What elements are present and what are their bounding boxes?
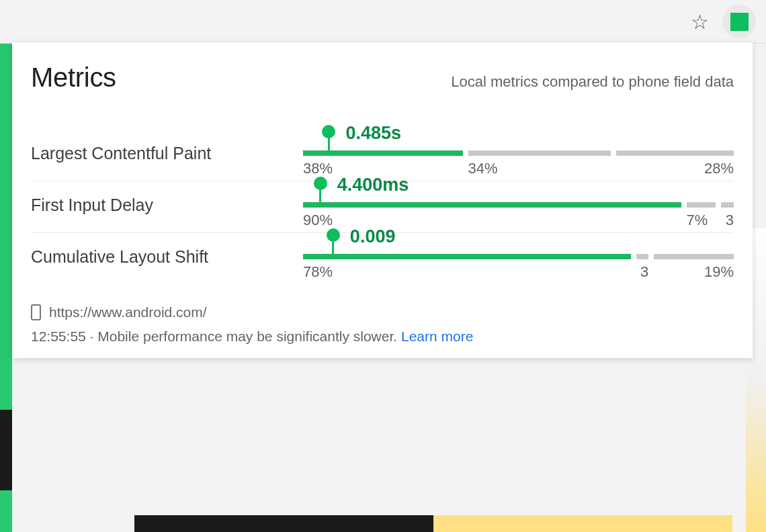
web-vitals-popup: Metrics Local metrics compared to phone …: [12, 42, 753, 358]
bookmark-star-icon[interactable]: ☆: [691, 10, 709, 34]
popup-footer: https://www.android.com/ 12:55:55 · Mobi…: [31, 304, 734, 345]
distribution-bar: 90%7%3: [303, 202, 734, 208]
popup-header: Metrics Local metrics compared to phone …: [31, 62, 734, 93]
metric-row: Cumulative Layout Shift0.00978%319%: [31, 233, 734, 284]
segment-label: 7%: [687, 212, 708, 229]
segment-needs: 7%: [687, 202, 716, 208]
metric-body: 0.00978%319%: [303, 254, 734, 259]
performance-warning: Mobile performance may be significantly …: [97, 328, 401, 344]
segment-poor: 19%: [654, 254, 734, 259]
segment-label: 90%: [303, 212, 333, 229]
metric-row: Largest Contentful Paint0.485s38%34%28%: [31, 130, 734, 181]
metric-row: First Input Delay4.400ms90%7%3: [31, 181, 734, 233]
web-vitals-extension-icon[interactable]: [722, 5, 756, 38]
segment-label: 19%: [704, 263, 734, 281]
metric-name: Cumulative Layout Shift: [31, 247, 303, 267]
learn-more-link[interactable]: Learn more: [401, 328, 473, 344]
phone-icon: [31, 304, 41, 320]
segment-needs: 34%: [468, 150, 611, 156]
footer-status-row: 12:55:55 · Mobile performance may be sig…: [31, 328, 734, 345]
segment-label: 28%: [704, 160, 734, 177]
segment-poor: 28%: [616, 150, 734, 156]
browser-toolbar: ☆: [0, 0, 766, 44]
segment-label: 3: [726, 212, 734, 229]
footer-url-row: https://www.android.com/: [31, 304, 734, 320]
page-subtitle: Local metrics compared to phone field da…: [451, 73, 734, 91]
metric-value: 0.485s: [345, 123, 401, 144]
segment-needs: 3: [636, 254, 649, 259]
metric-name: Largest Contentful Paint: [31, 144, 303, 163]
segment-label: 34%: [468, 160, 498, 177]
segment-label: 38%: [303, 160, 333, 177]
page-title: Metrics: [31, 62, 116, 93]
segment-good: 78%: [303, 254, 631, 259]
timestamp: 12:55:55: [31, 328, 86, 344]
distribution-bar: 38%34%28%: [303, 150, 734, 156]
segment-good: 90%: [303, 202, 681, 208]
segment-good: 38%: [303, 150, 463, 156]
metric-value: 0.009: [350, 226, 396, 247]
metric-body: 0.485s38%34%28%: [303, 150, 734, 156]
separator: ·: [86, 328, 98, 344]
distribution-bar: 78%319%: [303, 254, 734, 259]
page-url: https://www.android.com/: [49, 304, 207, 320]
metric-value: 4.400ms: [337, 175, 409, 195]
page-background-dark: [0, 410, 12, 490]
segment-label: 3: [640, 263, 648, 281]
segment-label: 78%: [303, 263, 333, 281]
metric-body: 4.400ms90%7%3: [303, 202, 734, 208]
segment-poor: 3: [721, 202, 734, 208]
metric-name: First Input Delay: [31, 195, 303, 215]
page-background-bottom: [134, 515, 732, 532]
status-square-icon: [730, 13, 749, 31]
